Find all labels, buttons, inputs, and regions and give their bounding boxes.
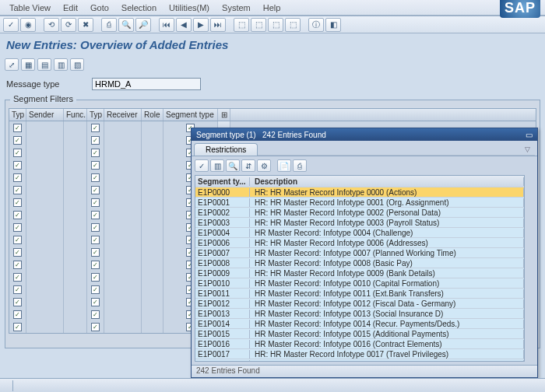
checkbox-icon[interactable]: ✓ [91,211,100,219]
filter-cell[interactable]: ✓ [87,121,104,134]
checkbox-icon[interactable]: ✓ [91,149,100,157]
filter-cell[interactable]: ✓ [9,296,26,308]
check-icon[interactable]: ✓ [3,18,19,32]
popup-row[interactable]: E1P0016HR Master Record: Infotype 0016 (… [195,339,524,349]
filter-cell[interactable] [64,296,87,308]
next-icon[interactable]: ▶ [193,18,209,32]
filter-cell[interactable] [64,208,87,221]
checkbox-icon[interactable]: ✓ [13,173,22,182]
filter-cell[interactable] [64,196,87,208]
filter-cell[interactable]: ✓ [87,233,104,246]
col-segment[interactable]: Segment type [164,109,218,121]
filter-cell[interactable] [64,221,87,233]
filter-cell[interactable] [104,208,142,221]
filter-cell[interactable]: ✓ [9,246,26,258]
checkbox-icon[interactable]: ✓ [91,285,100,294]
checkbox-icon[interactable]: ✓ [13,261,22,269]
filter-cell[interactable]: ✓ [87,208,104,221]
filter-cell[interactable]: ✓ [87,159,104,171]
filter-cell[interactable] [64,246,87,258]
filter-cell[interactable] [104,171,142,184]
filter-cell[interactable]: ✓ [87,134,104,146]
filter-cell[interactable]: ✓ [9,134,26,146]
popup-row[interactable]: E1P0014HR Master Record: Infotype 0014 (… [195,319,524,329]
filter-cell[interactable] [104,320,142,333]
col-typ2[interactable]: Typ [87,109,104,121]
checkbox-icon[interactable]: ✓ [91,161,100,170]
filter-cell[interactable] [26,308,64,320]
filter-cell[interactable]: ✓ [87,296,104,308]
filter-cell[interactable]: ✓ [87,271,104,283]
filter-cell[interactable]: ✓ [87,246,104,258]
filter-cell[interactable] [64,320,87,333]
filter-cell[interactable] [142,271,164,283]
checkbox-icon[interactable]: ✓ [13,248,22,257]
filter-cell[interactable] [104,196,142,208]
col-receiver[interactable]: Receiver [104,109,142,121]
filter-cell[interactable] [104,271,142,283]
popup-settings-icon[interactable]: ⚙ [257,159,271,172]
filter-cell[interactable] [26,233,64,246]
expand-icon[interactable]: ⤢ [5,58,19,71]
filter-cell[interactable]: ✓ [9,271,26,283]
filter-cell[interactable]: ✓ [9,146,26,159]
checkbox-icon[interactable]: ✓ [13,223,22,232]
checkbox-icon[interactable]: ✓ [91,261,100,269]
popup-find-icon[interactable]: 🔍 [226,159,240,172]
copy-icon[interactable]: ▧ [70,58,84,71]
checkbox-icon[interactable]: ✓ [13,298,22,306]
filter-cell[interactable] [64,146,87,159]
tab-restrictions[interactable]: Restrictions [194,143,258,156]
menu-system[interactable]: System [216,2,257,14]
popup-filter-icon[interactable]: ▥ [210,159,224,172]
filter-cell[interactable] [26,171,64,184]
filter-cell[interactable]: ✓ [9,221,26,233]
col-role[interactable]: Role [142,109,164,121]
prev-icon[interactable]: ◀ [176,18,192,32]
checkbox-icon[interactable]: ✓ [91,323,100,331]
popup-print-icon[interactable]: ⎙ [293,159,307,172]
popup-row[interactable]: E1P0017HR: HR Master Record Infotype 001… [195,349,524,359]
filter-cell[interactable] [26,320,64,333]
menu-help[interactable]: Help [257,2,287,14]
filter-cell[interactable] [26,159,64,171]
filter-cell[interactable] [26,196,64,208]
filter-cell[interactable] [142,221,164,233]
filter-cell[interactable] [142,134,164,146]
help-icon[interactable]: ⓘ [308,18,324,32]
filter-cell[interactable] [104,159,142,171]
filter-cell[interactable] [104,121,142,134]
popup-row[interactable]: E1P0012HR Master Record: Infotype 0012 (… [195,299,524,309]
popup-row[interactable]: E1P0003HR: HR Master Record Infotype 000… [195,218,524,228]
menu-edit[interactable]: Edit [57,2,84,14]
filter-cell[interactable] [142,246,164,258]
filter-cell[interactable]: ✓ [9,258,26,271]
save-icon[interactable]: ◉ [20,18,36,32]
popup-row[interactable]: E1P0015HR Master Record: Infotype 0015 (… [195,329,524,339]
last-icon[interactable]: ⏭ [210,18,226,32]
customize-icon[interactable]: ◧ [325,18,341,32]
filter-cell[interactable]: ✓ [87,196,104,208]
menu-utilitiesm[interactable]: Utilities(M) [163,2,216,14]
filter-cell[interactable] [142,159,164,171]
first-icon[interactable]: ⏮ [159,18,174,32]
checkbox-icon[interactable]: ✓ [91,198,100,207]
filter-cell[interactable]: ✓ [87,171,104,184]
filter-cell[interactable] [142,121,164,134]
checkbox-icon[interactable]: ✓ [91,248,100,257]
col-typ[interactable]: Typ [9,109,26,121]
popup-row[interactable]: E1P0000HR: HR Master Record Infotype 000… [195,187,524,198]
filter-cell[interactable] [104,184,142,196]
filter-cell[interactable] [26,283,64,296]
filter-cell[interactable] [26,296,64,308]
find-icon[interactable]: 🔍 [118,18,134,32]
filter-cell[interactable] [104,296,142,308]
filter-cell[interactable] [104,146,142,159]
checkbox-icon[interactable]: ✓ [13,149,22,157]
checkbox-icon[interactable]: ✓ [91,173,100,182]
filter-cell[interactable]: ✓ [9,196,26,208]
filter-cell[interactable] [26,121,64,134]
checkbox-icon[interactable]: ✓ [91,136,100,145]
deselectall-icon[interactable]: ▤ [37,58,51,71]
filter-cell[interactable] [64,134,87,146]
